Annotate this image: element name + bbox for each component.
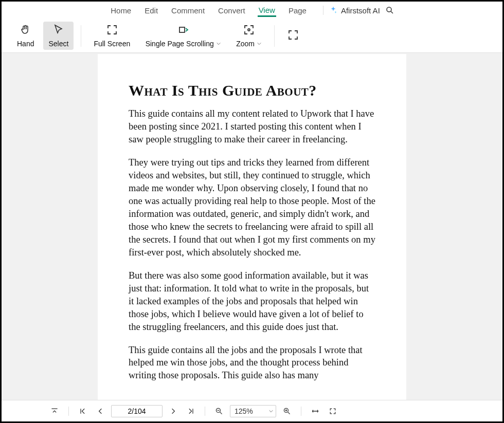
hand-label: Hand xyxy=(17,40,34,48)
chevron-down-icon xyxy=(268,409,274,414)
zoom-in-button[interactable] xyxy=(280,404,294,418)
svg-line-11 xyxy=(288,412,290,414)
full-screen-label: Full Screen xyxy=(94,40,130,48)
ai-label-text: Afirstsoft AI xyxy=(341,6,380,15)
chevron-down-icon xyxy=(257,41,262,46)
svg-rect-2 xyxy=(179,27,185,32)
menu-tabs: Home Edit Comment Convert View Page xyxy=(110,4,308,17)
tab-home[interactable]: Home xyxy=(110,4,132,17)
paragraph: This guide contains all my content relat… xyxy=(129,107,375,146)
separator xyxy=(68,407,69,416)
tab-comment[interactable]: Comment xyxy=(170,4,206,17)
fit-page-icon xyxy=(287,29,299,43)
zoom-label: Zoom xyxy=(236,40,255,48)
view-ribbon: Hand Select Full Screen Single Page Scro… xyxy=(2,19,502,53)
hand-tool-button[interactable]: Hand xyxy=(12,22,39,50)
sparkle-icon xyxy=(329,6,338,15)
tab-convert[interactable]: Convert xyxy=(217,4,246,17)
zoom-button[interactable]: Zoom xyxy=(231,22,267,50)
tab-view[interactable]: View xyxy=(258,4,276,17)
scroll-to-top-button[interactable] xyxy=(48,404,61,418)
svg-point-0 xyxy=(387,7,391,12)
page-scrolling-icon xyxy=(177,24,189,38)
page-scrolling-label: Single Page Scrolling xyxy=(146,40,214,48)
page-heading: What Is This Guide About? xyxy=(129,82,375,99)
chevron-down-icon xyxy=(216,41,221,46)
fit-page-status-button[interactable] xyxy=(326,404,339,418)
full-screen-button[interactable]: Full Screen xyxy=(88,22,135,50)
svg-line-1 xyxy=(391,11,393,13)
fit-page-button[interactable] xyxy=(282,27,304,45)
zoom-label-wrap: Zoom xyxy=(236,40,262,48)
paragraph: This guide contains all the jobs and the… xyxy=(129,344,375,382)
document-page: What Is This Guide About? This guide con… xyxy=(98,54,406,400)
search-button[interactable] xyxy=(385,6,394,15)
fit-width-button[interactable] xyxy=(309,404,322,418)
page-scrolling-button[interactable]: Single Page Scrolling xyxy=(139,22,227,50)
fullscreen-icon xyxy=(106,24,118,38)
tab-edit[interactable]: Edit xyxy=(143,4,159,17)
separator xyxy=(301,407,301,416)
first-page-button[interactable] xyxy=(76,404,89,418)
zoom-out-button[interactable] xyxy=(212,404,226,418)
status-bar: 125% xyxy=(2,400,502,421)
select-tool-button[interactable]: Select xyxy=(43,22,74,50)
svg-point-3 xyxy=(248,29,250,31)
menu-bar: Home Edit Comment Convert View Page Afir… xyxy=(2,2,502,19)
paragraph: But there was also some good information… xyxy=(129,269,375,334)
svg-line-8 xyxy=(220,412,222,414)
separator xyxy=(323,6,323,15)
select-label: Select xyxy=(48,40,68,48)
separator xyxy=(274,25,275,47)
paragraph: They were trying out tips and tricks the… xyxy=(129,156,375,259)
ai-assistant-button[interactable]: Afirstsoft AI xyxy=(329,6,380,15)
prev-page-button[interactable] xyxy=(94,404,107,418)
zoom-level-select[interactable]: 125% xyxy=(230,405,276,417)
document-workspace[interactable]: What Is This Guide About? This guide con… xyxy=(2,53,502,400)
page-scrolling-label-wrap: Single Page Scrolling xyxy=(146,40,221,48)
menu-right-cluster: Afirstsoft AI xyxy=(323,6,394,15)
page-indicator-input[interactable] xyxy=(111,405,163,417)
cursor-icon xyxy=(52,24,65,38)
last-page-button[interactable] xyxy=(184,404,197,418)
zoom-icon xyxy=(243,24,255,38)
separator xyxy=(81,25,81,47)
separator xyxy=(205,407,205,416)
next-page-button[interactable] xyxy=(167,404,180,418)
hand-icon xyxy=(20,24,32,38)
tab-page[interactable]: Page xyxy=(287,4,308,17)
zoom-level-value: 125% xyxy=(235,407,253,415)
